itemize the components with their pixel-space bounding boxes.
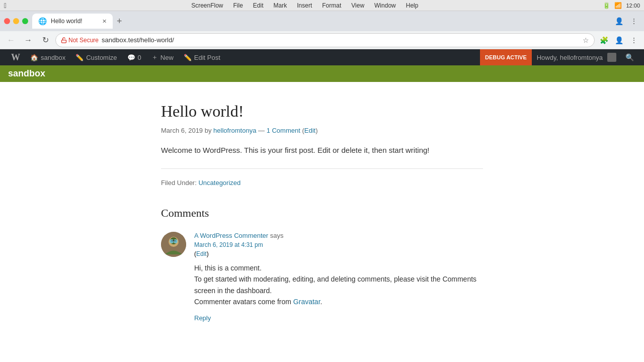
tab-title: Hello world! bbox=[51, 18, 83, 25]
wordpress-icon: W bbox=[11, 52, 20, 63]
menu-format[interactable]: Format bbox=[322, 2, 341, 9]
comments-bubble-icon: 💬 bbox=[127, 54, 135, 61]
new-tab-button[interactable]: + bbox=[115, 16, 124, 27]
chrome-window-controls[interactable]: 👤 ⋮ bbox=[613, 15, 640, 27]
wp-customize-button[interactable]: ✏️ Customize bbox=[70, 49, 122, 65]
comment-text-line3: Commenter avatars come from Gravatar. bbox=[194, 296, 483, 307]
comments-heading: Comments bbox=[161, 207, 483, 220]
back-button[interactable]: ← bbox=[4, 33, 18, 47]
menu-insert[interactable]: Insert bbox=[297, 2, 312, 9]
chrome-toolbar-icons[interactable]: 🧩 👤 ⋮ bbox=[598, 34, 640, 46]
post-divider bbox=[161, 168, 483, 169]
wp-new-button[interactable]: ＋ New bbox=[146, 49, 179, 65]
tab-close-button[interactable]: ✕ bbox=[102, 18, 107, 25]
tab-bar[interactable]: 🌐 Hello world! ✕ + bbox=[32, 14, 609, 29]
chrome-title-bar: 🌐 Hello world! ✕ + 👤 ⋮ bbox=[0, 11, 644, 31]
comment-author-line: A WordPress Commenter says bbox=[194, 232, 483, 239]
menu-mark[interactable]: Mark bbox=[274, 2, 287, 9]
minimize-window-button[interactable] bbox=[13, 18, 19, 24]
post-date: March 6, 2019 bbox=[161, 127, 203, 134]
wp-comments-button[interactable]: 💬 0 bbox=[122, 49, 146, 65]
menu-screenflow[interactable]: ScreenFlow bbox=[191, 2, 223, 9]
extensions-icon[interactable]: 🧩 bbox=[598, 34, 610, 46]
edit-icon: ✏️ bbox=[184, 54, 192, 61]
url-bar[interactable]: Not Secure sandbox.test/hello-world/ ☆ bbox=[55, 33, 595, 47]
reply-link[interactable]: Reply bbox=[194, 314, 211, 322]
wp-logo-button[interactable]: W bbox=[6, 49, 25, 65]
menu-edit[interactable]: Edit bbox=[253, 2, 264, 9]
macos-status-icons: 🔋 📶 12:00 bbox=[603, 2, 640, 9]
comment-edit-line: (Edit) bbox=[194, 250, 483, 257]
comment-edit-link[interactable]: Edit bbox=[196, 250, 207, 257]
wp-admin-bar-right[interactable]: DEBUG ACTIVE Howdy, hellofromtonya 🔍 bbox=[480, 49, 638, 65]
comment-says: says bbox=[270, 232, 284, 239]
wp-user-button[interactable]: Howdy, hellofromtonya bbox=[532, 49, 621, 65]
comment-text-line2: To get started with moderating, editing,… bbox=[194, 274, 483, 296]
maximize-window-button[interactable] bbox=[22, 18, 28, 24]
site-header: sandbox bbox=[0, 65, 644, 82]
comment-body: A WordPress Commenter says March 6, 2019… bbox=[194, 232, 483, 322]
debug-active-button[interactable]: DEBUG ACTIVE bbox=[480, 49, 532, 65]
not-secure-indicator: Not Secure bbox=[61, 37, 99, 44]
main-content: Hello world! March 6, 2019 by hellofromt… bbox=[151, 82, 493, 352]
wp-admin-bar[interactable]: W 🏠 sandbox ✏️ Customize 💬 0 ＋ New ✏️ Ed… bbox=[0, 49, 644, 65]
post-edit-link[interactable]: Edit bbox=[304, 127, 315, 134]
comment-date: March 6, 2019 at 4:31 pm bbox=[194, 241, 483, 248]
gravatar-icon bbox=[161, 232, 186, 257]
chrome-profile-icon[interactable]: 👤 bbox=[613, 15, 625, 27]
url-text[interactable]: sandbox.test/hello-world/ bbox=[102, 36, 580, 44]
svg-point-8 bbox=[174, 240, 177, 243]
lock-open-icon bbox=[61, 37, 67, 43]
post-comment-count-link[interactable]: 1 Comment bbox=[267, 127, 300, 134]
customize-icon: ✏️ bbox=[75, 54, 84, 61]
traffic-lights[interactable] bbox=[4, 18, 28, 24]
wp-site-icon: 🏠 bbox=[30, 54, 38, 61]
comment-item: A WordPress Commenter says March 6, 2019… bbox=[161, 232, 483, 322]
filed-under-label: Filed Under: bbox=[161, 179, 197, 187]
refresh-button[interactable]: ↻ bbox=[38, 33, 52, 47]
post-footer: Filed Under: Uncategorized bbox=[161, 179, 483, 187]
macos-menu[interactable]: ScreenFlow File Edit Mark Insert Format … bbox=[7, 2, 603, 9]
post-author-link[interactable]: hellofromtonya bbox=[213, 127, 256, 134]
post-content-text: Welcome to WordPress. This is your first… bbox=[161, 144, 483, 156]
post-by: by bbox=[205, 127, 212, 134]
macos-menubar:  ScreenFlow File Edit Mark Insert Forma… bbox=[0, 0, 644, 11]
comment-date-link[interactable]: March 6, 2019 at 4:31 pm bbox=[194, 241, 263, 248]
menu-help[interactable]: Help bbox=[406, 2, 419, 9]
comment-author-link[interactable]: A WordPress Commenter bbox=[194, 232, 268, 239]
site-name[interactable]: sandbox bbox=[8, 68, 45, 78]
active-tab[interactable]: 🌐 Hello world! ✕ bbox=[32, 14, 113, 29]
chrome-menu-icon[interactable]: ⋮ bbox=[628, 15, 640, 27]
wp-admin-bar-left[interactable]: W 🏠 sandbox ✏️ Customize 💬 0 ＋ New ✏️ Ed… bbox=[6, 49, 225, 65]
profile-avatar-icon[interactable]: 👤 bbox=[613, 34, 625, 46]
comment-text: Hi, this is a comment. To get started wi… bbox=[194, 262, 483, 308]
comment-avatar bbox=[161, 232, 186, 257]
new-plus-icon: ＋ bbox=[151, 53, 158, 62]
gravatar-link[interactable]: Gravatar bbox=[293, 298, 320, 306]
comment-reply[interactable]: Reply bbox=[194, 314, 483, 322]
menu-file[interactable]: File bbox=[233, 2, 243, 9]
tab-favicon-icon: 🌐 bbox=[38, 17, 47, 25]
chrome-nav-bar[interactable]: ← → ↻ Not Secure sandbox.test/hello-worl… bbox=[0, 31, 644, 49]
category-link[interactable]: Uncategorized bbox=[198, 179, 240, 187]
post-content: Welcome to WordPress. This is your first… bbox=[161, 144, 483, 156]
wp-search-button[interactable]: 🔍 bbox=[621, 53, 638, 61]
svg-point-7 bbox=[170, 240, 173, 243]
bookmark-icon[interactable]: ☆ bbox=[583, 36, 589, 44]
forward-button[interactable]: → bbox=[21, 33, 35, 47]
comment-text-line1: Hi, this is a comment. bbox=[194, 262, 483, 274]
close-window-button[interactable] bbox=[4, 18, 10, 24]
post-title: Hello world! bbox=[161, 102, 483, 121]
user-avatar-icon bbox=[607, 53, 616, 62]
wp-edit-post-button[interactable]: ✏️ Edit Post bbox=[179, 49, 225, 65]
svg-rect-0 bbox=[62, 40, 66, 43]
chrome-settings-icon[interactable]: ⋮ bbox=[628, 34, 640, 46]
menu-view[interactable]: View bbox=[351, 2, 364, 9]
wp-site-name-button[interactable]: 🏠 sandbox bbox=[25, 49, 70, 65]
menu-window[interactable]: Window bbox=[374, 2, 396, 9]
post-meta: March 6, 2019 by hellofromtonya — 1 Comm… bbox=[161, 127, 483, 134]
